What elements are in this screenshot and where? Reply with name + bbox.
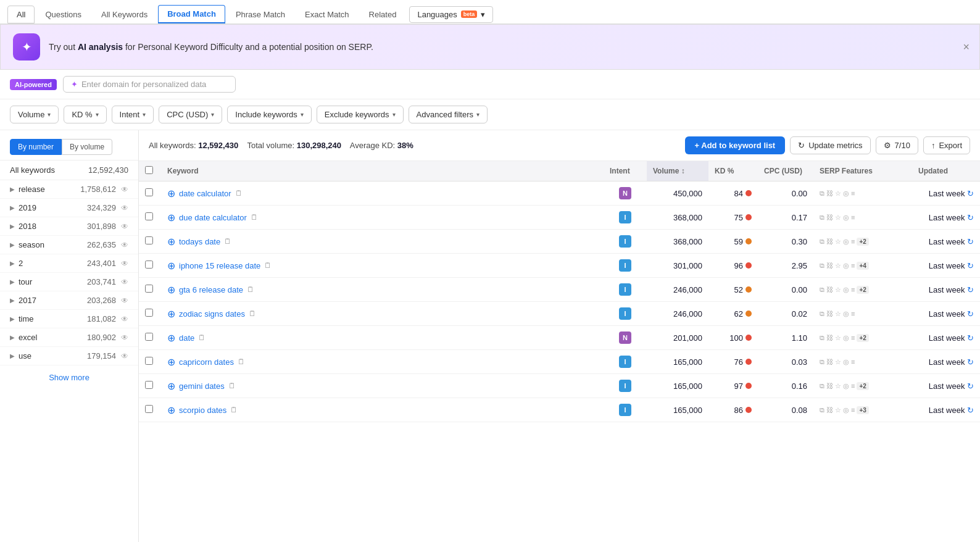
expand-icon[interactable]: ▶ [10, 315, 15, 322]
expand-icon[interactable]: ▶ [10, 352, 15, 359]
refresh-icon[interactable]: ↻ [967, 237, 974, 246]
add-keyword-icon[interactable]: ⊕ [167, 404, 175, 416]
row-checkbox[interactable] [145, 212, 153, 220]
sidebar-item[interactable]: ▶ 2019 324,329 👁 [0, 199, 138, 217]
languages-button[interactable]: Languages beta ▾ [409, 6, 493, 23]
view-by-volume-button[interactable]: By volume [62, 139, 112, 155]
keyword-link[interactable]: gemini dates [179, 381, 225, 391]
sidebar-item[interactable]: ▶ season 262,635 👁 [0, 236, 138, 254]
kd-filter[interactable]: KD % ▾ [64, 106, 106, 123]
th-keyword[interactable]: Keyword [161, 161, 604, 181]
tab-phrase-match[interactable]: Phrase Match [226, 6, 294, 23]
row-checkbox[interactable] [145, 236, 153, 244]
refresh-icon[interactable]: ↻ [967, 189, 974, 198]
tab-all[interactable]: All [7, 6, 35, 23]
eye-icon[interactable]: 👁 [121, 333, 128, 342]
exclude-keywords-filter[interactable]: Exclude keywords ▾ [317, 106, 404, 123]
sidebar-item[interactable]: ▶ 2018 301,898 👁 [0, 217, 138, 236]
volume-filter[interactable]: Volume ▾ [10, 106, 59, 123]
sidebar-item[interactable]: ▶ 2017 203,268 👁 [0, 291, 138, 310]
refresh-icon[interactable]: ↻ [967, 357, 974, 367]
tab-questions[interactable]: Questions [36, 6, 91, 23]
sidebar-item[interactable]: ▶ 2 243,401 👁 [0, 254, 138, 273]
row-checkbox[interactable] [145, 381, 153, 389]
keyword-link[interactable]: scorpio dates [179, 406, 226, 415]
refresh-icon[interactable]: ↻ [967, 213, 974, 222]
eye-icon[interactable]: 👁 [121, 241, 128, 249]
refresh-icon[interactable]: ↻ [967, 261, 974, 270]
select-all-checkbox[interactable] [145, 166, 153, 174]
domain-input[interactable]: ✦ Enter domain for personalized data [63, 76, 236, 93]
add-keyword-icon[interactable]: ⊕ [167, 356, 175, 368]
save-icon[interactable]: 🗒 [198, 333, 206, 342]
save-icon[interactable]: 🗒 [235, 189, 243, 198]
export-button[interactable]: ↑ Export [923, 136, 970, 154]
sidebar-item[interactable]: ▶ time 181,082 👁 [0, 310, 138, 328]
keyword-link[interactable]: todays date [179, 237, 220, 246]
refresh-icon[interactable]: ↻ [967, 406, 974, 415]
expand-icon[interactable]: ▶ [10, 260, 15, 267]
view-by-number-button[interactable]: By number [10, 139, 62, 155]
add-keyword-icon[interactable]: ⊕ [167, 188, 175, 199]
keyword-link[interactable]: capricorn dates [179, 357, 234, 367]
add-keyword-icon[interactable]: ⊕ [167, 212, 175, 223]
expand-icon[interactable]: ▶ [10, 241, 15, 248]
row-checkbox[interactable] [145, 188, 153, 196]
advanced-filters-button[interactable]: Advanced filters ▾ [409, 106, 488, 123]
tab-related[interactable]: Related [360, 6, 406, 23]
keyword-link[interactable]: zodiac signs dates [179, 309, 245, 319]
keyword-link[interactable]: date calculator [179, 189, 231, 198]
add-to-keyword-list-button[interactable]: + Add to keyword list [685, 136, 786, 154]
row-checkbox[interactable] [145, 285, 153, 293]
eye-icon[interactable]: 👁 [121, 296, 128, 305]
save-icon[interactable]: 🗒 [228, 381, 236, 390]
expand-icon[interactable]: ▶ [10, 297, 15, 304]
expand-icon[interactable]: ▶ [10, 186, 15, 193]
refresh-icon[interactable]: ↻ [967, 309, 974, 319]
row-checkbox[interactable] [145, 309, 153, 317]
row-checkbox[interactable] [145, 333, 153, 341]
eye-icon[interactable]: 👁 [121, 259, 128, 268]
add-keyword-icon[interactable]: ⊕ [167, 260, 175, 272]
eye-icon[interactable]: 👁 [121, 352, 128, 361]
sidebar-item[interactable]: ▶ excel 180,902 👁 [0, 328, 138, 347]
intent-filter[interactable]: Intent ▾ [112, 106, 154, 123]
keyword-link[interactable]: iphone 15 release date [179, 261, 260, 270]
add-keyword-icon[interactable]: ⊕ [167, 308, 175, 320]
sidebar-item[interactable]: ▶ use 179,154 👁 [0, 347, 138, 365]
tab-all-keywords[interactable]: All Keywords [92, 6, 157, 23]
th-updated[interactable]: Updated [912, 161, 980, 181]
show-more-button[interactable]: Show more [0, 365, 138, 390]
th-intent[interactable]: Intent [604, 161, 647, 181]
save-icon[interactable]: 🗒 [224, 237, 231, 246]
save-icon[interactable]: 🗒 [230, 406, 238, 414]
th-cpc[interactable]: CPC (USD) [758, 161, 813, 181]
expand-icon[interactable]: ▶ [10, 223, 15, 230]
expand-icon[interactable]: ▶ [10, 278, 15, 285]
add-keyword-icon[interactable]: ⊕ [167, 236, 175, 248]
keyword-link[interactable]: gta 6 release date [179, 285, 243, 294]
tab-exact-match[interactable]: Exact Match [296, 6, 359, 23]
sidebar-item[interactable]: ▶ release 1,758,612 👁 [0, 180, 138, 199]
config-button[interactable]: ⚙ 7/10 [876, 136, 918, 154]
tab-broad-match[interactable]: Broad Match [158, 5, 225, 23]
eye-icon[interactable]: 👁 [121, 315, 128, 323]
expand-icon[interactable]: ▶ [10, 334, 15, 341]
add-keyword-icon[interactable]: ⊕ [167, 284, 175, 296]
eye-icon[interactable]: 👁 [121, 222, 128, 231]
row-checkbox[interactable] [145, 357, 153, 365]
save-icon[interactable]: 🗒 [249, 309, 256, 318]
close-button[interactable]: × [963, 41, 970, 54]
expand-icon[interactable]: ▶ [10, 204, 15, 211]
eye-icon[interactable]: 👁 [121, 185, 128, 194]
th-serp[interactable]: SERP Features [813, 161, 912, 181]
refresh-icon[interactable]: ↻ [967, 381, 974, 391]
eye-icon[interactable]: 👁 [121, 278, 128, 286]
add-keyword-icon[interactable]: ⊕ [167, 332, 175, 344]
th-kd[interactable]: KD % [708, 161, 758, 181]
keyword-link[interactable]: date [179, 333, 194, 343]
keyword-link[interactable]: due date calculator [179, 213, 247, 222]
th-volume[interactable]: Volume ↕ [647, 161, 708, 181]
save-icon[interactable]: 🗒 [251, 213, 258, 222]
row-checkbox[interactable] [145, 261, 153, 269]
